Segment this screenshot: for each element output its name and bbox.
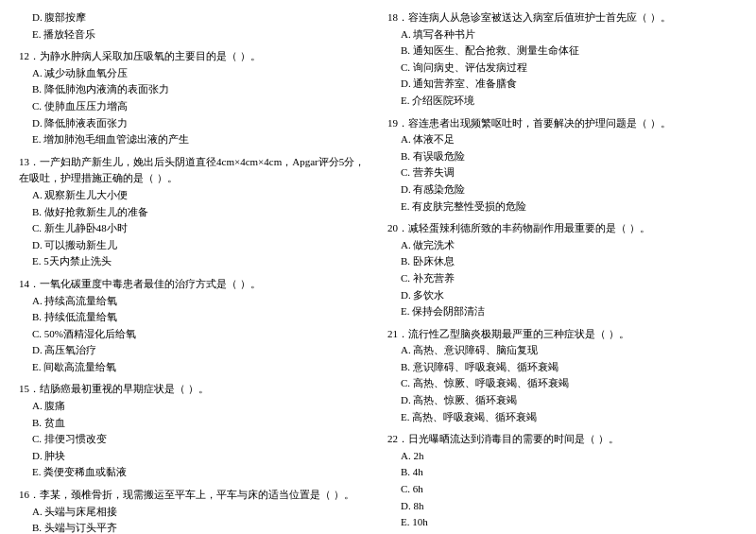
q19-option-e: E. 有皮肤完整性受损的危险 (387, 198, 737, 215)
q22-option-c: C. 6h (387, 481, 737, 498)
q13-option-b: B. 做好抢救新生儿的准备 (19, 204, 369, 221)
right-column: 18．容连病人从急诊室被送达入病室后值班护士首先应（ ）。 A. 填写各种书片 … (387, 9, 737, 534)
q12-option-b: B. 降低肺泡内液滴的表面张力 (19, 81, 369, 98)
q21-option-a: A. 高热、意识障碍、脑疝复现 (387, 342, 737, 359)
q14-option-e: E. 间歇高流量给氧 (19, 359, 369, 376)
q21-option-d: D. 高热、惊厥、循环衰竭 (387, 392, 737, 409)
page-container: D. 腹部按摩 E. 播放轻音乐 12．为静水肿病人采取加压吸氧的主要目的是（ … (19, 9, 737, 534)
question-19: 19．容连患者出现频繁呕吐时，首要解决的护理问题是（ ）。 A. 体液不足 B.… (387, 115, 737, 215)
q20-option-a: A. 做完洗术 (387, 237, 737, 254)
q20-option-b: B. 卧床休息 (387, 253, 737, 270)
q18-option-c: C. 询问病史、评估发病过程 (387, 60, 737, 77)
q21-option-b: B. 意识障碍、呼吸衰竭、循环衰竭 (387, 359, 737, 376)
question-19-header: 19．容连患者出现频繁呕吐时，首要解决的护理问题是（ ）。 (387, 115, 737, 132)
question-14-header: 14．一氧化碳重度中毒患者最佳的治疗方式是（ ）。 (19, 276, 369, 293)
q21-option-e: E. 高热、呼吸衰竭、循环衰竭 (387, 409, 737, 426)
option-e-text: 播放轻音乐 (43, 28, 95, 40)
q16-option-b: B. 头端与订头平齐 (19, 520, 369, 534)
question-13: 13．一产妇助产新生儿，娩出后头阴道直径4cm×4cm×4cm，Apgar评分5… (19, 154, 369, 270)
option-d: D. 腹部按摩 (19, 9, 369, 26)
question-18: 18．容连病人从急诊室被送达入病室后值班护士首先应（ ）。 A. 填写各种书片 … (387, 9, 737, 110)
option-d-text: 腹部按摩 (44, 11, 86, 23)
q13-option-d: D. 可以搬动新生儿 (19, 237, 369, 254)
q22-option-e: E. 10h (387, 514, 737, 531)
q18-option-e: E. 介绍医院环境 (387, 93, 737, 110)
q12-option-a: A. 减少动脉血氧分压 (19, 65, 369, 82)
question-d-options: D. 腹部按摩 E. 播放轻音乐 (19, 9, 369, 43)
q12-option-c: C. 使肺血压压力增高 (19, 98, 369, 115)
q14-option-a: A. 持续高流量给氧 (19, 293, 369, 310)
q12-option-e: E. 增加肺泡毛细血管滤出液的产生 (19, 131, 369, 148)
q15-option-c: C. 排便习惯改变 (19, 431, 369, 448)
q18-option-a: A. 填写各种书片 (387, 26, 737, 43)
question-21-header: 21．流行性乙型脑炎极期最严重的三种症状是（ ）。 (387, 326, 737, 343)
q15-option-d: D. 肿块 (19, 448, 369, 465)
q18-option-d: D. 通知营养室、准备膳食 (387, 76, 737, 93)
q13-option-e: E. 5天内禁止洗头 (19, 253, 369, 270)
q18-option-b: B. 通知医生、配合抢救、测量生命体征 (387, 43, 737, 60)
question-16-header: 16．李某，颈椎骨折，现需搬运至平车上，平车与床的适当位置是（ ）。 (19, 487, 369, 504)
q20-option-e: E. 保持会阴部清洁 (387, 303, 737, 320)
question-22: 22．日光曝晒流达到消毒目的需要的时间是（ ）。 A. 2h B. 4h C. … (387, 431, 737, 531)
question-21: 21．流行性乙型脑炎极期最严重的三种症状是（ ）。 A. 高热、意识障碍、脑疝复… (387, 326, 737, 426)
content-area: D. 腹部按摩 E. 播放轻音乐 12．为静水肿病人采取加压吸氧的主要目的是（ … (19, 9, 737, 534)
question-18-header: 18．容连病人从急诊室被送达入病室后值班护士首先应（ ）。 (387, 9, 737, 26)
question-20: 20．减轻蛋辣利德所致的丰药物副作用最重要的是（ ）。 A. 做完洗术 B. 卧… (387, 220, 737, 320)
q21-option-c: C. 高热、惊厥、呼吸衰竭、循环衰竭 (387, 375, 737, 392)
question-16: 16．李某，颈椎骨折，现需搬运至平车上，平车与床的适当位置是（ ）。 A. 头端… (19, 487, 369, 534)
question-20-header: 20．减轻蛋辣利德所致的丰药物副作用最重要的是（ ）。 (387, 220, 737, 237)
question-22-header: 22．日光曝晒流达到消毒目的需要的时间是（ ）。 (387, 431, 737, 448)
q14-option-b: B. 持续低流量给氧 (19, 309, 369, 326)
q13-option-c: C. 新生儿静卧48小时 (19, 220, 369, 237)
question-14: 14．一氧化碳重度中毒患者最佳的治疗方式是（ ）。 A. 持续高流量给氧 B. … (19, 276, 369, 376)
option-e-label: E. (32, 28, 43, 40)
q19-option-a: A. 体液不足 (387, 131, 737, 148)
q12-option-d: D. 降低肺液表面张力 (19, 115, 369, 132)
q19-option-d: D. 有感染危险 (387, 181, 737, 198)
q20-option-c: C. 补充营养 (387, 270, 737, 287)
q22-option-d: D. 8h (387, 498, 737, 515)
question-12-header: 12．为静水肿病人采取加压吸氧的主要目的是（ ）。 (19, 48, 369, 65)
q22-option-b: B. 4h (387, 464, 737, 481)
q22-option-a: A. 2h (387, 448, 737, 465)
q15-option-a: A. 腹痛 (19, 398, 369, 415)
left-column: D. 腹部按摩 E. 播放轻音乐 12．为静水肿病人采取加压吸氧的主要目的是（ … (19, 9, 369, 534)
q19-option-c: C. 营养失调 (387, 164, 737, 181)
q19-option-b: B. 有误吸危险 (387, 148, 737, 165)
q14-option-c: C. 50%酒精湿化后给氧 (19, 326, 369, 343)
question-13-header: 13．一产妇助产新生儿，娩出后头阴道直径4cm×4cm×4cm，Apgar评分5… (19, 154, 369, 187)
q14-option-d: D. 高压氧治疗 (19, 342, 369, 359)
question-15: 15．结肠癌最初重视的早期症状是（ ）。 A. 腹痛 B. 贫血 C. 排便习惯… (19, 381, 369, 481)
q16-option-a: A. 头端与床尾相接 (19, 504, 369, 521)
option-d-label: D. (32, 11, 44, 23)
option-e: E. 播放轻音乐 (19, 26, 369, 43)
q15-option-b: B. 贫血 (19, 415, 369, 432)
question-15-header: 15．结肠癌最初重视的早期症状是（ ）。 (19, 381, 369, 398)
q15-option-e: E. 粪便变稀血或黏液 (19, 464, 369, 481)
question-12: 12．为静水肿病人采取加压吸氧的主要目的是（ ）。 A. 减少动脉血氧分压 B.… (19, 48, 369, 148)
q13-option-a: A. 观察新生儿大小便 (19, 187, 369, 204)
q20-option-d: D. 多饮水 (387, 287, 737, 304)
